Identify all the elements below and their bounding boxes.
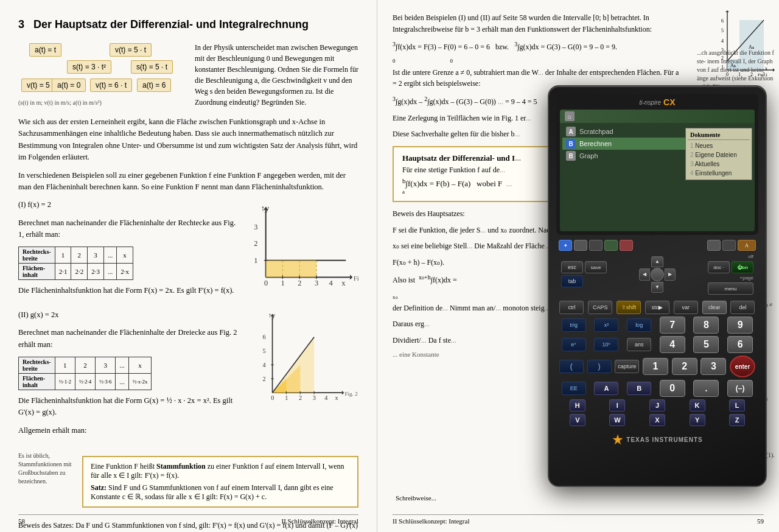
svg-text:x: x	[335, 394, 338, 401]
key-4[interactable]: 4	[660, 336, 685, 353]
formula-box-at: a(t) = t	[29, 43, 61, 57]
key-V[interactable]: V	[570, 414, 585, 426]
key-A[interactable]: A	[594, 382, 618, 395]
ctrl-key[interactable]: ctrl	[559, 301, 584, 314]
func-icon-8[interactable]: A	[738, 240, 756, 251]
key-5[interactable]: 5	[693, 336, 719, 353]
close-paren-key[interactable]: )	[587, 360, 612, 373]
d-pad-down[interactable]: ▼	[651, 282, 663, 293]
caps-key[interactable]: CAPS	[588, 301, 612, 314]
clear-key[interactable]: clear	[702, 301, 727, 314]
key-1[interactable]: 1	[643, 358, 668, 375]
key-I[interactable]: I	[609, 399, 625, 411]
footer-section-right: II Schlüsselkonzept: Integral	[393, 517, 469, 525]
submenu-panel: Dokumente 1 Neues 2 Eigene Dateien 3 Akt…	[685, 128, 752, 180]
function-icons: ✦	[559, 240, 633, 251]
func-icon-5[interactable]	[620, 240, 633, 251]
d-pad: ▲ ▼ ◀ ▶	[639, 256, 676, 293]
key-Y[interactable]: Y	[690, 414, 705, 426]
key-X[interactable]: X	[649, 414, 665, 426]
home-icon: ⌂	[565, 111, 575, 121]
key-6[interactable]: 6	[727, 336, 753, 353]
capture-key[interactable]: capture	[615, 360, 639, 373]
d-pad-right[interactable]: ▶	[665, 268, 676, 281]
key-J[interactable]: J	[649, 399, 665, 411]
key-2[interactable]: 2	[672, 358, 697, 375]
d-pad-up[interactable]: ▲	[651, 256, 663, 267]
key-row-letters1: H I J K L	[557, 399, 757, 411]
key-K[interactable]: K	[690, 399, 705, 411]
key-dot[interactable]: .	[693, 380, 719, 397]
key-0[interactable]: 0	[660, 380, 685, 397]
ans-key[interactable]: ans	[627, 338, 651, 351]
sto-key[interactable]: sto▶	[645, 301, 669, 314]
ee-key[interactable]: EE	[562, 382, 586, 395]
func-icon-3[interactable]	[589, 240, 603, 251]
key-3[interactable]: 3	[700, 358, 726, 375]
function-buttons-row: ✦ A	[556, 240, 758, 251]
d-pad-center[interactable]	[651, 268, 664, 281]
del-key[interactable]: del	[730, 301, 755, 314]
chapter-title: Der Hauptsatz der Differenzial- und Inte…	[33, 18, 309, 30]
page-footer-left: 58 II Schlüsselkonzept: Integral	[18, 514, 358, 525]
formula-box-vt2: v(t) = 5	[21, 79, 55, 92]
save-button[interactable]: save	[585, 261, 607, 273]
highlight-satz: Satz: Sind F und G Stammfunktionen von f…	[91, 483, 350, 502]
formula-subscript: 0 0	[393, 58, 685, 64]
key-neg[interactable]: (–)	[727, 380, 753, 397]
func-icon-6[interactable]	[707, 240, 721, 251]
svg-text:6: 6	[721, 18, 724, 24]
menu-scratchpad-label: Scratchpad	[579, 128, 613, 135]
ex2-formula: Die Flächeninhaltsfunktion hat die Form …	[18, 395, 240, 419]
calc-screen-area: ti-nspire CX ⌂ A Scratchpad	[556, 94, 758, 235]
func-icon-2[interactable]	[574, 240, 587, 251]
caption: (s(t) in m; v(t) in m/s; a(t) in m/s²)	[18, 99, 102, 106]
graph1: ↑y 0 1 2 3 4 x 1 2 3	[249, 199, 358, 303]
key-9[interactable]: 9	[727, 317, 753, 334]
d-pad-left[interactable]: ◀	[639, 268, 650, 281]
function-icons-right: A	[707, 240, 756, 251]
para1: Wie sich aus der ersten Lerneinheit ergi…	[18, 116, 358, 164]
off-label: off	[748, 254, 753, 259]
func-icon-7[interactable]	[722, 240, 736, 251]
key-Z[interactable]: Z	[729, 414, 745, 426]
key-7[interactable]: 7	[660, 317, 685, 334]
ex-key[interactable]: eˣ	[562, 338, 586, 351]
esc-button[interactable]: esc	[561, 261, 583, 273]
submenu-neues: 1 Neues	[688, 141, 750, 150]
calc-model: CX	[663, 97, 675, 107]
key-L[interactable]: L	[729, 399, 745, 411]
shift-key[interactable]: ⇧shift	[617, 301, 641, 314]
page-label: +page	[740, 275, 753, 281]
log-key[interactable]: log	[627, 318, 651, 332]
key-B[interactable]: B	[627, 382, 651, 395]
svg-text:2: 2	[254, 239, 257, 248]
key-row-ctrl: ctrl CAPS ⇧shift sto▶ var clear del	[557, 301, 757, 314]
doc-button[interactable]: doc ·	[708, 261, 730, 273]
10x-key[interactable]: 10ˣ	[594, 338, 618, 351]
svg-text:Fig. 1: Fig. 1	[354, 275, 358, 282]
tab-button[interactable]: tab	[561, 275, 583, 287]
menu-letter-a: A	[566, 127, 576, 136]
footer-section-left: II Schlüsselkonzept: Integral	[282, 517, 358, 525]
svg-marker-28	[342, 390, 344, 394]
menu-button[interactable]: menu	[708, 282, 753, 295]
side-note: Es ist üblich, Stammfunktionen mit Großb…	[18, 449, 76, 486]
example1-text: (I) f(x) = 2 Berechnet man nacheinander …	[18, 199, 240, 303]
formula-box-st1: s(t) = 3 · t²	[67, 60, 111, 74]
open-paren-key[interactable]: (	[559, 360, 584, 373]
x2-key[interactable]: x²	[594, 318, 618, 332]
enter-key[interactable]: enter	[730, 355, 755, 377]
var-key[interactable]: var	[674, 301, 698, 314]
svg-text:3: 3	[254, 223, 257, 231]
key-H[interactable]: H	[570, 399, 585, 411]
func-icon-1[interactable]: ✦	[559, 240, 572, 251]
formula-box-at2: a(t) = 0	[52, 79, 86, 92]
right-page: 6 5 4 3 2 1 0 1 2 3 A₁ A₂ x Fig. 1 Bei b…	[377, 0, 779, 532]
trig-key[interactable]: trig	[562, 318, 586, 332]
key-8[interactable]: 8	[693, 317, 719, 334]
key-W[interactable]: W	[609, 414, 625, 426]
func-icon-4[interactable]	[604, 240, 618, 251]
calc-brand: ti-nspire	[639, 99, 661, 106]
on-button[interactable]: ⏻on	[732, 261, 753, 273]
